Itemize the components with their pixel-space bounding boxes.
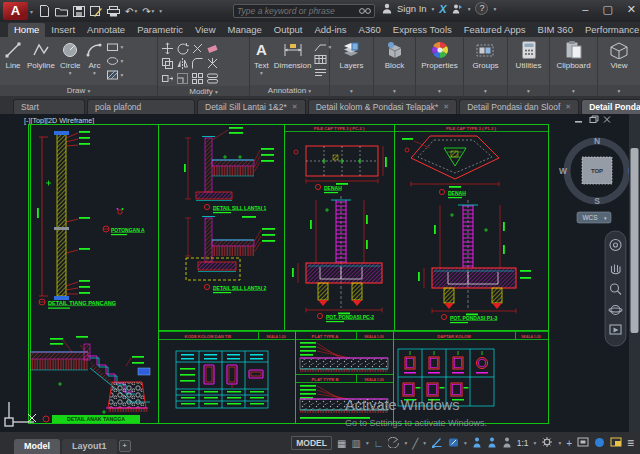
draw-panel-title[interactable]: Draw ▾ (0, 85, 157, 96)
tab-view[interactable]: View (189, 23, 221, 37)
model-paper-toggle[interactable]: MODEL (291, 436, 332, 450)
explode-button[interactable] (205, 56, 220, 71)
sign-in-label[interactable]: Sign In (397, 3, 427, 14)
help-button[interactable]: ? (475, 2, 488, 15)
trim-button[interactable] (190, 41, 205, 56)
open-button[interactable] (55, 6, 68, 17)
properties-panel-title[interactable]: ▾ (416, 85, 463, 96)
clipboard-panel-title[interactable]: ▾ (550, 85, 597, 96)
polar-caret-icon[interactable]: ▾ (404, 440, 407, 446)
annotation-panel-title[interactable]: Annotation ▾ (250, 85, 329, 96)
tab-bim360[interactable]: BIM 360 (532, 23, 579, 37)
new-drawing-button[interactable] (39, 5, 50, 17)
view-panel-title[interactable]: ▾ (598, 85, 640, 96)
snap-mode-icon[interactable]: ▥ (351, 438, 360, 449)
save-as-button[interactable] (90, 6, 102, 17)
maximize-button[interactable]: ▢ (602, 3, 612, 16)
file-tab-start[interactable]: Start (13, 99, 85, 114)
redo-caret-icon[interactable]: ▾ (152, 8, 155, 14)
text-button[interactable]: A Text ▾ (252, 39, 271, 76)
array-button[interactable] (190, 71, 205, 86)
dyninput-caret-icon[interactable]: ▾ (464, 440, 467, 446)
circle-caret-icon[interactable]: ▾ (69, 70, 72, 76)
view-button[interactable]: View (607, 39, 631, 70)
scale-caret-icon[interactable]: ▾ (534, 440, 537, 446)
offset-button[interactable] (205, 71, 220, 86)
tab-manage[interactable]: Manage (222, 23, 268, 37)
tab-annotate[interactable]: Annotate (81, 23, 131, 37)
stretch-button[interactable] (160, 71, 175, 86)
tab-addins[interactable]: Add-ins (308, 23, 352, 37)
search-binoculars-icon[interactable] (359, 7, 371, 15)
plot-button[interactable] (107, 6, 120, 17)
polar-tracking-icon[interactable] (388, 437, 399, 450)
rectangle-caret-icon[interactable]: ▾ (120, 44, 123, 50)
annotation-scale-button[interactable] (502, 437, 512, 450)
grid-display-icon[interactable]: ▦ (337, 438, 346, 449)
osnap-tracking-button[interactable] (431, 437, 443, 450)
sign-in-caret-icon[interactable]: ▾ (432, 6, 435, 12)
file-tab-detail-pondasi[interactable]: Detail Pondasi✕ (581, 99, 640, 114)
viewcube-south[interactable]: S (594, 196, 600, 206)
viewport-controls-label[interactable]: [-][Top][2D Wireframe] (24, 116, 94, 125)
drawing-minimize-icon[interactable] (575, 121, 582, 123)
annotation-monitor-button[interactable]: + (566, 438, 572, 449)
tab-featured-apps[interactable]: Featured Apps (458, 23, 532, 37)
multiline-tool-button[interactable] (314, 67, 331, 78)
layout1-tab[interactable]: Layout1 (62, 439, 117, 454)
move-button[interactable] (160, 41, 175, 56)
mirror-button[interactable] (175, 56, 190, 71)
polyline-button[interactable]: Polyline (25, 39, 57, 70)
search-input[interactable] (237, 6, 359, 16)
copy-button[interactable] (160, 56, 175, 71)
tab-a360[interactable]: A360 (353, 23, 387, 37)
isodraft-icon[interactable]: ╱ (412, 438, 418, 449)
groups-panel-title[interactable]: ▾ (464, 85, 507, 96)
block-panel-title[interactable]: ▾ (374, 85, 415, 96)
snap-caret-icon[interactable]: ▾ (366, 440, 369, 446)
groups-button[interactable]: Groups (470, 39, 500, 70)
block-button[interactable]: Block (383, 39, 407, 70)
leader-tool-button[interactable]: ▾ (314, 41, 331, 52)
scale-button[interactable] (175, 71, 190, 86)
application-menu-caret-icon[interactable]: ▾ (30, 8, 33, 15)
text-caret-icon[interactable]: ▾ (260, 70, 263, 76)
navigation-bar[interactable] (605, 231, 626, 346)
new-layout-button[interactable]: + (119, 440, 131, 452)
help-search-box[interactable] (233, 4, 375, 18)
share-icon[interactable] (452, 3, 463, 14)
annotation-visibility-button[interactable] (472, 437, 482, 450)
application-menu-button[interactable]: A (3, 2, 28, 20)
drawing-restore-icon[interactable] (590, 116, 598, 123)
graphics-performance-button[interactable] (594, 437, 605, 450)
qat-customize-caret-icon[interactable]: ▾ (159, 8, 162, 14)
tab-home[interactable]: Home (8, 23, 45, 37)
clean-screen-button[interactable] (610, 437, 622, 449)
vertical-scrollbar[interactable] (629, 114, 640, 432)
rotate-button[interactable] (175, 41, 190, 56)
model-tab[interactable]: Model (14, 439, 60, 454)
tab-close-icon[interactable]: ✕ (292, 103, 298, 111)
utilities-button[interactable]: Utilities (514, 39, 544, 70)
file-tab-detail-sill[interactable]: Detail Sill Lantai 1&2*✕ (197, 99, 306, 114)
model-space-viewport[interactable]: [-][Top][2D Wireframe] (0, 114, 640, 432)
tab-close-icon[interactable]: ✕ (443, 103, 449, 111)
clipboard-button[interactable]: Clipboard (554, 39, 592, 70)
close-button[interactable]: ✕ (627, 3, 636, 16)
dimension-button[interactable]: Dimension (272, 39, 314, 70)
tab-output[interactable]: Output (268, 23, 309, 37)
ellipse-tool-button[interactable]: ▾ (106, 55, 123, 67)
workspace-switching-button[interactable] (541, 436, 553, 450)
hatch-caret-icon[interactable]: ▾ (120, 72, 123, 78)
tab-insert[interactable]: Insert (45, 23, 81, 37)
layers-panel-title[interactable]: ▾ (330, 85, 373, 96)
autoscale-button[interactable] (487, 437, 497, 450)
dynamic-input-button[interactable] (448, 437, 459, 450)
ellipse-caret-icon[interactable]: ▾ (120, 58, 123, 64)
viewcube-west[interactable]: W (559, 166, 568, 176)
hatch-tool-button[interactable]: ▾ (106, 69, 123, 81)
drawing-close-icon[interactable] (604, 117, 610, 123)
properties-button[interactable]: Properties (419, 39, 459, 70)
viewcube-north[interactable]: N (594, 136, 600, 146)
undo-caret-icon[interactable]: ▾ (134, 8, 137, 14)
